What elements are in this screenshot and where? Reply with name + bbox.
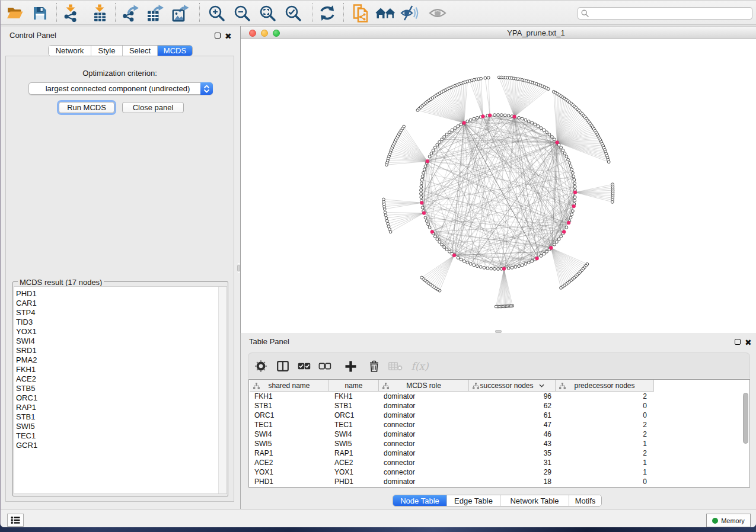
maximize-window-icon[interactable]	[273, 30, 280, 37]
network-frame-titlebar[interactable]: YPA_prune.txt_1	[241, 26, 756, 39]
tab-network[interactable]: Network	[49, 46, 91, 56]
function-builder-icon[interactable]: f(x)	[409, 357, 431, 375]
hub-l[interactable]	[572, 204, 576, 208]
result-list-item[interactable]: TID3	[16, 318, 37, 327]
result-list-item[interactable]: TEC1	[16, 431, 37, 441]
result-list-item[interactable]: SRD1	[16, 346, 37, 355]
hub-g[interactable]	[420, 201, 423, 204]
result-list-item[interactable]: GCR1	[16, 441, 37, 450]
refresh-icon[interactable]	[317, 3, 337, 23]
result-list-item[interactable]: STP4	[16, 308, 37, 318]
search-input[interactable]	[578, 7, 752, 20]
column-header-name[interactable]: name	[329, 380, 379, 392]
result-list-item[interactable]: STB5	[16, 384, 37, 393]
tab-network-table[interactable]: Network Table	[500, 495, 569, 506]
tab-motifs[interactable]: Motifs	[569, 495, 601, 506]
result-list-scrollbar[interactable]	[218, 287, 227, 493]
close-window-icon[interactable]	[249, 30, 256, 37]
zoom-out-icon[interactable]	[232, 3, 252, 23]
hub-k[interactable]	[549, 246, 553, 250]
result-list-item[interactable]: ORC1	[16, 393, 37, 403]
table-row[interactable]: TEC1TEC1connector472	[249, 420, 749, 430]
open-folder-icon[interactable]	[5, 3, 25, 23]
close-panel-icon[interactable]: ✖	[225, 33, 232, 39]
table-row[interactable]: STB1STB1dominator620	[249, 401, 749, 411]
import-network-icon[interactable]	[60, 3, 81, 23]
result-list-item[interactable]: PHD1	[16, 289, 37, 299]
float-panel-icon[interactable]	[215, 33, 221, 39]
copy-network-icon[interactable]	[350, 3, 370, 23]
save-icon[interactable]	[30, 3, 50, 23]
result-list-item[interactable]: FKH1	[16, 365, 37, 374]
export-image-icon[interactable]	[170, 3, 190, 23]
hub-n[interactable]	[562, 230, 566, 233]
zoom-in-icon[interactable]	[206, 3, 227, 23]
table-scrollbar[interactable]	[743, 393, 748, 444]
network-canvas[interactable]	[241, 39, 756, 333]
result-list-item[interactable]: SWI5	[16, 422, 37, 431]
result-list-item[interactable]: STB1	[16, 412, 37, 422]
add-column-icon[interactable]	[342, 357, 359, 375]
tab-node-table[interactable]: Node Table	[393, 495, 447, 506]
result-list-item[interactable]: CAR1	[16, 299, 37, 308]
table-row[interactable]: RAP1RAP1dominator352	[249, 448, 749, 458]
memory-button[interactable]: Memory	[706, 514, 751, 527]
deselect-all-icon[interactable]	[316, 357, 334, 375]
show-columns-icon[interactable]	[274, 357, 292, 375]
select-all-icon[interactable]	[295, 357, 313, 375]
hub-i[interactable]	[452, 254, 456, 257]
hub-c[interactable]	[513, 115, 516, 118]
export-table-icon[interactable]	[145, 3, 165, 23]
task-history-button[interactable]	[7, 514, 24, 527]
hub-d[interactable]	[556, 141, 559, 145]
column-header-successor-nodes[interactable]: successor nodes	[469, 380, 556, 392]
column-header-shared-name[interactable]: shared name	[250, 380, 329, 392]
hub-h[interactable]	[422, 211, 426, 215]
zoom-selected-icon[interactable]	[283, 3, 303, 23]
minimize-window-icon[interactable]	[261, 30, 268, 37]
result-list-item[interactable]: SWI4	[16, 336, 37, 346]
export-network-icon[interactable]	[121, 3, 141, 23]
home-pages-icon[interactable]	[375, 3, 395, 23]
table-row[interactable]: SWI5SWI5connector431	[249, 439, 749, 448]
column-header-predecessor-nodes[interactable]: predecessor nodes	[556, 380, 654, 392]
show-panel-eye-icon[interactable]	[428, 3, 448, 23]
tab-mcds[interactable]: MCDS	[158, 46, 192, 56]
hub-p[interactable]	[430, 230, 434, 233]
column-header-MCDS-role[interactable]: MCDS role	[379, 380, 469, 392]
cell-predecessor-nodes: 2	[556, 420, 647, 430]
table-row[interactable]: ORC1ORC1dominator610	[249, 411, 749, 420]
hide-panel-eye-icon[interactable]	[400, 3, 420, 23]
result-list-item[interactable]: PMA2	[16, 355, 37, 365]
table-row[interactable]: SWI4SWI4dominator462	[249, 430, 749, 439]
mcds-result-list[interactable]: PHD1CAR1STP4TID3YOX1SWI4SRD1PMA2FKH1ACE2…	[14, 286, 227, 494]
optimization-criterion-select[interactable]: largest connected component (undirected)	[28, 82, 213, 95]
delete-table-icon[interactable]	[387, 357, 404, 375]
hub-a[interactable]	[462, 121, 466, 125]
hub-m[interactable]	[567, 221, 570, 225]
hub-o[interactable]	[535, 257, 539, 260]
tab-style[interactable]: Style	[91, 46, 123, 56]
hub-j[interactable]	[502, 267, 506, 271]
table-settings-gear-icon[interactable]	[252, 357, 270, 375]
table-row[interactable]: YOX1YOX1connector291	[249, 467, 749, 477]
result-list-item[interactable]: ACE2	[16, 374, 37, 384]
hub-b2[interactable]	[488, 114, 492, 117]
hub-e[interactable]	[426, 159, 429, 163]
tab-edge-table[interactable]: Edge Table	[447, 495, 500, 506]
import-table-icon[interactable]	[90, 3, 110, 23]
table-row[interactable]: FKH1FKH1dominator962	[249, 392, 749, 401]
close-panel-button[interactable]: Close panel	[122, 102, 184, 113]
table-row[interactable]: ACE2ACE2connector311	[249, 458, 749, 467]
close-table-panel-icon[interactable]: ✖	[745, 339, 752, 345]
hub-f[interactable]	[573, 191, 577, 194]
tab-select[interactable]: Select	[123, 46, 158, 56]
delete-icon[interactable]	[365, 357, 383, 375]
run-mcds-button[interactable]: Run MCDS	[59, 102, 114, 113]
result-list-item[interactable]: YOX1	[16, 327, 37, 336]
table-row[interactable]: PHD1PHD1dominator180	[249, 477, 749, 486]
float-table-panel-icon[interactable]	[735, 339, 741, 345]
hub-b1[interactable]	[481, 115, 485, 118]
zoom-fit-icon[interactable]	[257, 3, 277, 23]
result-list-item[interactable]: RAP1	[16, 403, 37, 412]
